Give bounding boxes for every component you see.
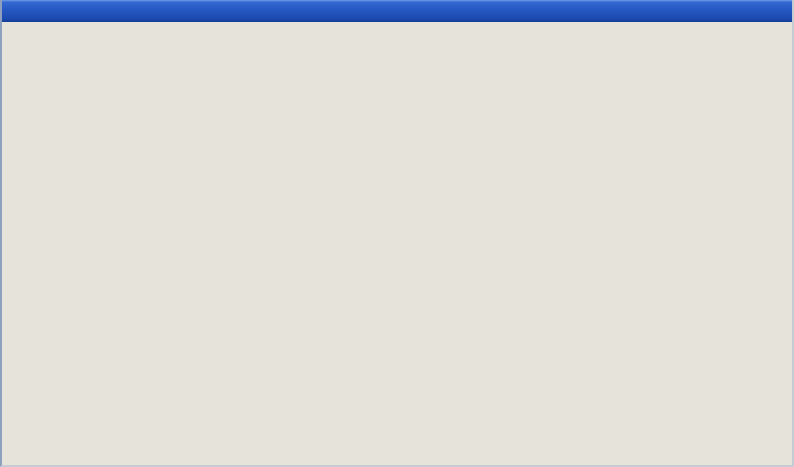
chart-svg[interactable] xyxy=(2,22,792,465)
title-bar[interactable] xyxy=(2,0,792,22)
chart-window xyxy=(0,0,794,467)
